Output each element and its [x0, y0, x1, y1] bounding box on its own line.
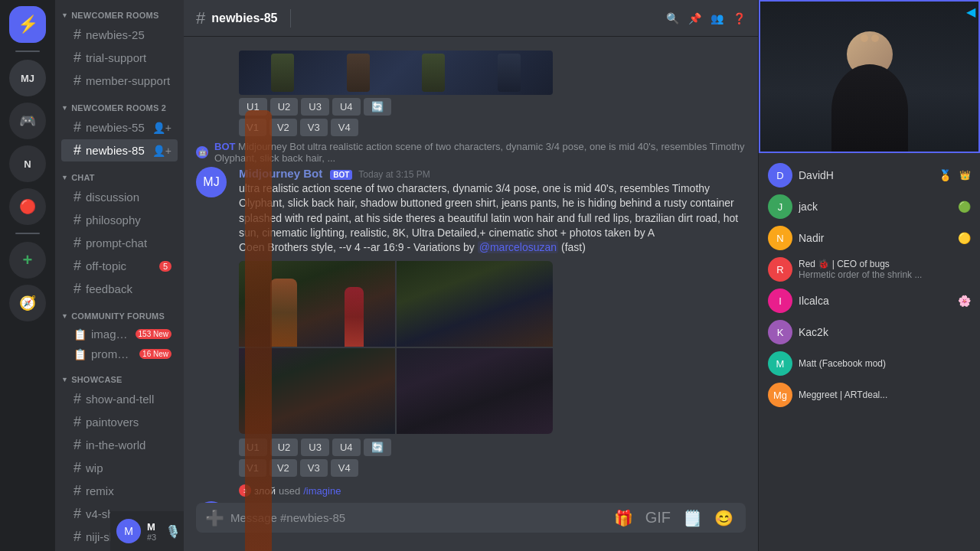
- mention-marcelosuzan[interactable]: @marcelosuzan: [478, 241, 558, 253]
- list-item[interactable]: D DavidH 🏅 👑: [762, 160, 977, 191]
- section-showcase[interactable]: ▼ SHOWCASE: [55, 364, 184, 387]
- channel-name-newbies55: newbies-55: [86, 121, 145, 134]
- section-newcomer-rooms2[interactable]: ▼ NEWCOMER ROOMS 2: [55, 93, 184, 116]
- channel-item-philosophy[interactable]: # philosophy: [61, 209, 178, 231]
- server-icon-3[interactable]: 🔴: [9, 188, 46, 225]
- channel-name-trial: trial-support: [86, 51, 146, 64]
- message-input[interactable]: [230, 503, 611, 533]
- server-icon-discord[interactable]: ⚡: [9, 6, 46, 43]
- member-name: Kac2k: [799, 326, 971, 338]
- channel-item-image-jams[interactable]: 📋 image-jams 153 New: [61, 324, 178, 344]
- image-cell-4[interactable]: [397, 348, 553, 434]
- channel-item-wip[interactable]: # wip: [61, 457, 178, 479]
- v4-button[interactable]: V4: [331, 459, 358, 477]
- banner-image: [239, 51, 553, 95]
- channel-name-discussion: discussion: [86, 191, 139, 204]
- add-server-icon: +: [23, 250, 33, 270]
- list-item[interactable]: M Matt (Facebook mod): [762, 348, 977, 379]
- u2-button[interactable]: U2: [270, 439, 299, 456]
- voice-button[interactable]: ◀: [966, 5, 975, 19]
- section-community-forums[interactable]: ▼ COMMUNITY FORUMS: [55, 301, 184, 324]
- hash-icon: #: [74, 142, 81, 158]
- image-cell-2[interactable]: [397, 261, 553, 347]
- channel-item-newbies85[interactable]: # newbies-85 👤+: [61, 139, 178, 161]
- server-icon-mj[interactable]: MJ: [9, 60, 46, 96]
- channel-item-feedback[interactable]: # feedback: [61, 278, 178, 300]
- gif-icon[interactable]: GIF: [642, 506, 674, 530]
- mute-button[interactable]: 🎙️: [162, 520, 184, 542]
- discord-logo-icon: ⚡: [18, 15, 38, 34]
- list-item[interactable]: Mg Meggreet | ARTdeal...: [762, 380, 977, 410]
- channel-item-paintovers[interactable]: # paintovers: [61, 411, 178, 433]
- u3-button[interactable]: U3: [301, 439, 329, 456]
- banner-v2-button[interactable]: V2: [270, 119, 297, 136]
- hash-icon: #: [74, 281, 81, 297]
- hash-icon: #: [74, 119, 81, 135]
- hash-icon: #: [74, 27, 81, 43]
- v3-button[interactable]: V3: [300, 459, 328, 477]
- members-icon-header[interactable]: 👥: [710, 12, 724, 24]
- banner-v4-button[interactable]: V4: [331, 119, 358, 136]
- channel-item-show-and-tell[interactable]: # show-and-tell: [61, 388, 178, 410]
- channel-item-off-topic[interactable]: # off-topic 5: [61, 255, 178, 277]
- banner-u2-button[interactable]: U2: [270, 98, 299, 116]
- channel-item-discussion[interactable]: # discussion: [61, 186, 178, 208]
- member-avatar: J: [768, 194, 792, 219]
- channel-item-member-support[interactable]: # member-support: [61, 70, 178, 92]
- list-item[interactable]: K Kac2k: [762, 317, 977, 347]
- channel-item-trial[interactable]: # trial-support: [61, 47, 178, 69]
- server-icon-2[interactable]: 🎮: [9, 103, 46, 139]
- channel-name-prompt-faqs: prompt-faqs: [91, 347, 135, 360]
- channel-item-newbies25[interactable]: # newbies-25: [61, 24, 178, 46]
- emoji-icon[interactable]: 😊: [711, 506, 737, 530]
- help-icon-header[interactable]: ❓: [733, 12, 746, 24]
- channel-item-newbies55[interactable]: # newbies-55 👤+: [61, 116, 178, 139]
- server-icon-explore[interactable]: 🧭: [9, 285, 46, 321]
- banner-u3-button[interactable]: U3: [301, 98, 329, 116]
- list-item[interactable]: I Ilcalca 🌸: [762, 285, 977, 316]
- member-status: Hermetic order of the shrink ...: [799, 269, 971, 280]
- pin-icon-header[interactable]: 📌: [688, 12, 701, 24]
- channel-item-remix[interactable]: # remix: [61, 480, 178, 502]
- sticker-icon[interactable]: 🗒️: [680, 506, 705, 530]
- channel-name-paintovers: paintovers: [86, 416, 139, 429]
- section-chat[interactable]: ▼ CHAT: [55, 162, 184, 185]
- message-time: Today at 3:15 PM: [358, 169, 430, 180]
- server-icon-n[interactable]: N: [9, 145, 46, 182]
- u4-button[interactable]: U4: [332, 439, 361, 456]
- search-icon-header[interactable]: 🔍: [666, 12, 679, 24]
- member-info: Red 🐞 | CEO of bugs Hermetic order of th…: [799, 259, 971, 280]
- bot-badge: BOT: [330, 170, 352, 180]
- channel-header: # newbies-85 🔍 📌 👥 ❓: [184, 0, 758, 37]
- explore-icon: 🧭: [19, 295, 36, 311]
- channel-item-prompt-chat[interactable]: # prompt-chat: [61, 232, 178, 254]
- hash-icon: #: [74, 73, 81, 89]
- user-area: M MrReis #3820 🎙️ 🎧 ⚙️: [110, 511, 184, 551]
- banner-v3-button[interactable]: V3: [300, 119, 328, 136]
- refresh-button[interactable]: 🔄: [364, 439, 391, 456]
- system-text: BOT Midjourney Bot ultra realistic actio…: [214, 141, 746, 164]
- message-content: Midjourney Bot BOT Today at 3:15 PM ultr…: [239, 167, 746, 477]
- add-attachment-button[interactable]: ➕: [205, 509, 224, 527]
- channel-name-member-support: member-support: [86, 74, 170, 87]
- banner-refresh-button[interactable]: 🔄: [364, 98, 391, 116]
- gift-icon[interactable]: 🎁: [611, 506, 636, 530]
- server-icon-add[interactable]: +: [9, 242, 46, 279]
- list-item[interactable]: R Red 🐞 | CEO of bugs Hermetic order of …: [762, 254, 977, 285]
- section-newcomer-rooms[interactable]: ▼ NEWCOMER ROOMS: [55, 0, 184, 23]
- input-actions: 🎁 GIF 🗒️ 😊: [611, 506, 737, 530]
- hash-icon: #: [74, 235, 81, 251]
- list-item[interactable]: J jack 🟢: [762, 191, 977, 222]
- bot-name-inline: BOT: [214, 141, 235, 152]
- channel-item-prompt-faqs[interactable]: 📋 prompt-faqs 16 New: [61, 344, 178, 364]
- forum-icon-2: 📋: [74, 348, 87, 360]
- v2-button[interactable]: V2: [270, 459, 297, 477]
- member-info: jack: [799, 201, 952, 213]
- banner-u4-button[interactable]: U4: [332, 98, 361, 116]
- main-chat: # newbies-85 🔍 📌 👥 ❓: [184, 0, 758, 551]
- channel-item-in-the-world[interactable]: # in-the-world: [61, 434, 178, 456]
- member-avatar: Mg: [768, 383, 792, 407]
- right-panel: ◀ D DavidH 🏅 👑 J jack 🟢: [758, 0, 980, 551]
- hash-icon: #: [74, 437, 81, 453]
- list-item[interactable]: N Nadir 🟡: [762, 223, 977, 253]
